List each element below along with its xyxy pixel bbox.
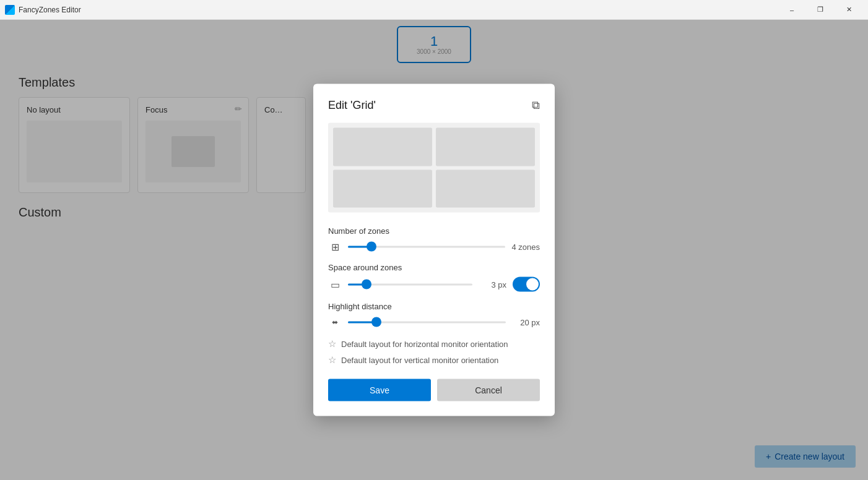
highlight-control: ⬌ 20 px	[328, 316, 540, 328]
titlebar: FancyZones Editor – ❐ ✕	[0, 0, 868, 20]
space-setting-row: Space around zones ▭ 3 px	[328, 263, 540, 292]
zones-label: Number of zones	[328, 226, 540, 236]
horizontal-star-icon: ☆	[328, 338, 336, 349]
space-toggle[interactable]	[513, 277, 540, 292]
zones-slider-container[interactable]	[348, 241, 505, 253]
zones-control: ⊞ 4 zones	[328, 241, 540, 253]
main-content: 1 3000 × 2000 Templates No layout Focus …	[0, 20, 868, 480]
zones-setting-row: Number of zones ⊞ 4 zones	[328, 226, 540, 253]
highlight-icon: ⬌	[328, 318, 342, 327]
highlight-slider-track	[348, 321, 506, 323]
modal-grid-cell-1	[333, 128, 432, 166]
edit-grid-modal: Edit 'Grid' ⧉ Number of zones ⊞	[313, 84, 555, 416]
highlight-value: 20 px	[512, 317, 540, 327]
highlight-slider-thumb[interactable]	[371, 317, 381, 327]
cancel-button[interactable]: Cancel	[437, 379, 540, 401]
zones-slider-track	[348, 246, 505, 247]
modal-grid-cell-3	[333, 169, 432, 208]
modal-grid-cell-2	[436, 128, 535, 166]
space-slider-container[interactable]	[348, 278, 472, 291]
save-button[interactable]: Save	[328, 379, 431, 401]
highlight-setting-row: Highlight distance ⬌ 20 px	[328, 302, 540, 328]
space-value: 3 px	[479, 280, 506, 289]
close-button[interactable]: ✕	[835, 0, 863, 20]
space-control: ▭ 3 px	[328, 277, 540, 292]
toggle-knob	[526, 278, 539, 291]
vertical-default-label: Default layout for vertical monitor orie…	[341, 355, 498, 364]
modal-title: Edit 'Grid'	[328, 99, 376, 112]
horizontal-default-row[interactable]: ☆ Default layout for horizontal monitor …	[328, 338, 540, 349]
space-slider-thumb[interactable]	[362, 280, 371, 289]
zones-value: 4 zones	[511, 242, 540, 251]
space-slider-track	[348, 283, 472, 285]
minimize-button[interactable]: –	[778, 0, 806, 20]
app-title: FancyZones Editor	[19, 6, 81, 14]
highlight-label: Highlight distance	[328, 302, 540, 311]
zones-slider-thumb[interactable]	[367, 242, 376, 252]
vertical-star-icon: ☆	[328, 354, 336, 366]
copy-icon[interactable]: ⧉	[532, 99, 540, 112]
app-icon	[5, 5, 15, 15]
space-label: Space around zones	[328, 263, 540, 272]
highlight-slider-container[interactable]	[348, 316, 506, 328]
maximize-button[interactable]: ❐	[806, 0, 835, 20]
modal-footer: Save Cancel	[328, 379, 540, 401]
modal-grid-preview	[328, 123, 540, 213]
modal-grid-cell-4	[436, 169, 535, 208]
vertical-default-row[interactable]: ☆ Default layout for vertical monitor or…	[328, 354, 540, 366]
modal-header: Edit 'Grid' ⧉	[328, 99, 540, 112]
horizontal-default-label: Default layout for horizontal monitor or…	[341, 339, 508, 348]
titlebar-controls: – ❐ ✕	[778, 0, 863, 20]
zones-icon: ⊞	[328, 241, 342, 252]
space-icon: ▭	[328, 278, 342, 290]
titlebar-left: FancyZones Editor	[5, 5, 81, 15]
